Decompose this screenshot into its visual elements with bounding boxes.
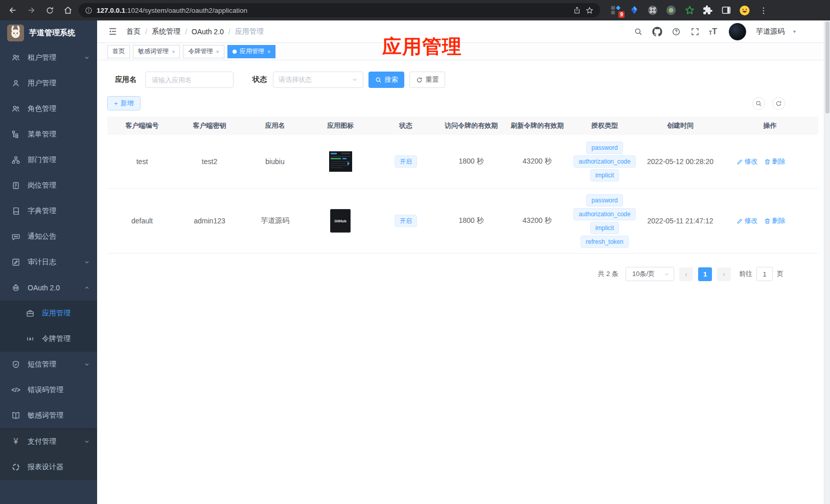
- share-icon[interactable]: [573, 6, 581, 14]
- chevron-down-icon: [84, 361, 90, 368]
- extension-star-icon[interactable]: [684, 5, 695, 16]
- tab-sensitive-word[interactable]: 敏感词管理 ×: [133, 45, 180, 58]
- table-row: default admin123 芋道源码 GitHub 开启 1800 秒 4…: [107, 189, 818, 254]
- segmented-circle-icon: [11, 463, 20, 472]
- reset-button[interactable]: 重置: [409, 72, 445, 88]
- close-icon[interactable]: ×: [172, 49, 175, 55]
- breadcrumb-oauth[interactable]: OAuth 2.0: [192, 28, 224, 36]
- browser-back-button[interactable]: [5, 3, 20, 18]
- sidebar-item-oauth-token[interactable]: 令牌管理: [0, 326, 97, 352]
- bookmark-star-icon[interactable]: [585, 6, 594, 15]
- sidebar-item-menu[interactable]: 菜单管理: [0, 122, 97, 147]
- page-size-select[interactable]: 10条/页: [626, 267, 674, 281]
- extension-puzzle-icon[interactable]: [702, 5, 713, 16]
- sidebar-item-post[interactable]: 岗位管理: [0, 173, 97, 198]
- chevron-down-icon: [84, 55, 90, 61]
- goto-page-input[interactable]: [756, 267, 773, 281]
- close-icon[interactable]: ×: [216, 49, 219, 55]
- browser-reload-button[interactable]: [42, 3, 57, 18]
- sidebar-fold-icon[interactable]: [106, 25, 119, 38]
- sidebar-item-tenant[interactable]: 租户管理: [0, 45, 97, 71]
- sidebar-item-report-designer[interactable]: 报表设计器: [0, 454, 97, 480]
- navbar-actions: TT 芋道源码 ▾: [633, 23, 796, 40]
- sidebar-item-audit-log[interactable]: 审计日志: [0, 249, 97, 275]
- message-bubble-icon: [11, 232, 20, 241]
- tab-application[interactable]: 应用管理 ×: [227, 45, 275, 58]
- page-number-button[interactable]: 1: [698, 267, 712, 281]
- browser-forward-button[interactable]: [24, 3, 39, 18]
- add-button[interactable]: + 新增: [107, 96, 141, 110]
- tab-token[interactable]: 令牌管理 ×: [183, 45, 224, 58]
- table-row: test test2 biubiu 开启 1800 秒 43200 秒 pass…: [107, 135, 818, 189]
- github-icon[interactable]: [652, 27, 662, 37]
- logo[interactable]: 芋道管理系统: [0, 20, 97, 45]
- sidebar-item-oauth[interactable]: OAuth 2.0: [0, 275, 97, 301]
- sidebar-item-role[interactable]: 角色管理: [0, 96, 97, 122]
- search-icon[interactable]: [633, 27, 643, 37]
- sidebar-item-oauth-application[interactable]: 应用管理: [0, 301, 97, 326]
- scrollbar-thumb[interactable]: [825, 21, 829, 113]
- oauth-submenu: 应用管理 令牌管理: [0, 301, 97, 352]
- edit-button[interactable]: 修改: [736, 216, 758, 225]
- grant-type-tags: password authorization_code implicit ref…: [572, 194, 637, 248]
- status-select[interactable]: 请选择状态: [273, 72, 363, 88]
- url-bar[interactable]: 127.0.0.1:1024/system/oauth2/oauth2/appl…: [79, 3, 600, 17]
- sidebar-item-user[interactable]: 用户管理: [0, 71, 97, 96]
- extension-badge: 9: [618, 11, 625, 18]
- table-header: 客户端编号 客户端密钥 应用名 应用图标 状态 访问令牌的有效期 刷新令牌的有效…: [107, 117, 818, 135]
- font-size-icon[interactable]: TT: [709, 28, 717, 36]
- browser-home-button[interactable]: [60, 3, 76, 18]
- sidebar-item-pay[interactable]: ¥ 支付管理: [0, 429, 97, 454]
- sidebar-item-sensitive-word[interactable]: 敏感词管理: [0, 403, 97, 428]
- site-info-icon[interactable]: [85, 7, 93, 14]
- user-name[interactable]: 芋道源码: [756, 27, 785, 36]
- extension-kite-icon[interactable]: [629, 5, 640, 16]
- breadcrumb-current: 应用管理: [235, 27, 264, 36]
- prev-page-button[interactable]: ‹: [679, 267, 693, 281]
- user-avatar[interactable]: [729, 23, 746, 40]
- tab-home[interactable]: 首页: [107, 45, 130, 58]
- app-icon-image: [329, 151, 352, 172]
- help-icon[interactable]: [671, 27, 681, 37]
- sidebar-item-dept[interactable]: 部门管理: [0, 147, 97, 173]
- browser-menu-icon[interactable]: ⋮: [758, 6, 769, 15]
- extension-toolbar: 9: [610, 5, 750, 16]
- sidebar-item-error-code[interactable]: </> 错误码管理: [0, 377, 97, 403]
- search-button[interactable]: 搜索: [368, 72, 404, 88]
- delete-button[interactable]: 删除: [764, 157, 786, 166]
- app-name-label: 应用名: [115, 75, 136, 84]
- briefcase-icon: [26, 309, 35, 318]
- open-book-icon: [11, 411, 20, 420]
- user-caret-icon[interactable]: ▾: [793, 29, 796, 34]
- extension-record-icon[interactable]: [665, 5, 677, 16]
- breadcrumb-system[interactable]: 系统管理: [152, 27, 180, 36]
- close-icon[interactable]: ×: [267, 49, 270, 55]
- profile-emoji-icon[interactable]: [739, 5, 750, 16]
- sidebar-item-notice[interactable]: 通知公告: [0, 224, 97, 249]
- grant-type-tags: password authorization_code implicit: [572, 142, 637, 181]
- sidebar-item-dict[interactable]: 字典管理: [0, 198, 97, 224]
- sidebar-item-sms[interactable]: 短信管理: [0, 352, 97, 377]
- extension-grid-icon[interactable]: 9: [610, 5, 621, 16]
- total-count: 共 2 条: [598, 269, 618, 279]
- toggle-search-button[interactable]: [752, 97, 765, 110]
- code-icon: </>: [11, 385, 20, 395]
- org-chart-icon: [11, 155, 20, 165]
- edit-button[interactable]: 修改: [736, 157, 758, 166]
- chevron-up-icon: [84, 285, 90, 291]
- next-page-button[interactable]: ›: [717, 267, 731, 281]
- breadcrumb-home[interactable]: 首页: [126, 27, 141, 36]
- side-panel-icon[interactable]: [721, 5, 732, 16]
- users-icon: [11, 104, 20, 113]
- delete-button[interactable]: 删除: [764, 216, 786, 225]
- badge-icon: [11, 181, 20, 190]
- sidebar: 芋道管理系统 租户管理 用户管理 角色管理 菜单管理 部门管理 岗位管理: [0, 20, 97, 504]
- logo-rabbit-avatar: [7, 25, 24, 41]
- scrollbar[interactable]: [824, 20, 830, 504]
- extension-command-icon[interactable]: [647, 5, 658, 16]
- fullscreen-icon[interactable]: [690, 27, 700, 37]
- app-name-input[interactable]: [145, 72, 234, 88]
- tree-list-icon: [11, 130, 20, 139]
- refresh-button[interactable]: [772, 97, 785, 110]
- status-badge: 开启: [395, 155, 417, 168]
